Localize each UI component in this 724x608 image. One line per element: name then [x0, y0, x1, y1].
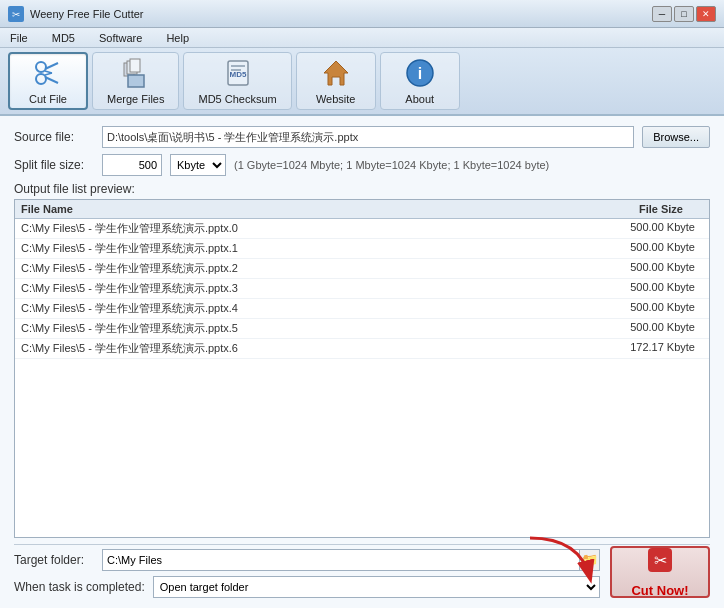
- file-list-row: C:\My Files\5 - 学生作业管理系统演示.pptx.4 500.00…: [15, 299, 709, 319]
- about-label: About: [405, 93, 434, 105]
- file-list-row: C:\My Files\5 - 学生作业管理系统演示.pptx.1 500.00…: [15, 239, 709, 259]
- toolbar-website[interactable]: Website: [296, 52, 376, 110]
- bottom-section: Target folder: 📁 When task is completed:…: [14, 544, 710, 598]
- svg-text:✂: ✂: [12, 9, 20, 20]
- website-label: Website: [316, 93, 356, 105]
- file-size-cell: 500.00 Kbyte: [593, 221, 703, 236]
- file-name-cell: C:\My Files\5 - 学生作业管理系统演示.pptx.0: [21, 221, 593, 236]
- split-size-unit-select[interactable]: Kbyte Mbyte Gbyte: [170, 154, 226, 176]
- file-name-cell: C:\My Files\5 - 学生作业管理系统演示.pptx.1: [21, 241, 593, 256]
- svg-text:i: i: [417, 65, 421, 82]
- title-bar-text: Weeny Free File Cutter: [30, 8, 652, 20]
- md5-checksum-label: MD5 Checksum: [198, 93, 276, 105]
- file-size-cell: 500.00 Kbyte: [593, 281, 703, 296]
- menu-bar: File MD5 Software Help: [0, 28, 724, 48]
- split-hint-text: (1 Gbyte=1024 Mbyte; 1 Mbyte=1024 Kbyte;…: [234, 159, 549, 171]
- source-file-row: Source file: Browse...: [14, 126, 710, 148]
- svg-rect-10: [130, 59, 140, 72]
- target-folder-row: Target folder: 📁: [14, 549, 600, 571]
- svg-point-2: [36, 62, 46, 72]
- svg-rect-15: [231, 69, 241, 71]
- file-size-cell: 500.00 Kbyte: [593, 241, 703, 256]
- split-size-row: Split file size: Kbyte Mbyte Gbyte (1 Gb…: [14, 154, 710, 176]
- file-list-rows: C:\My Files\5 - 学生作业管理系统演示.pptx.0 500.00…: [15, 219, 709, 359]
- title-bar-controls: ─ □ ✕: [652, 6, 716, 22]
- cut-now-button[interactable]: ✂ Cut Now!: [610, 546, 710, 598]
- file-list-row: C:\My Files\5 - 学生作业管理系统演示.pptx.5 500.00…: [15, 319, 709, 339]
- bottom-left: Target folder: 📁 When task is completed:…: [14, 549, 710, 598]
- house-icon: [320, 57, 352, 89]
- svg-marker-16: [324, 61, 348, 85]
- file-size-cell: 500.00 Kbyte: [593, 261, 703, 276]
- target-folder-label: Target folder:: [14, 553, 94, 567]
- maximize-button[interactable]: □: [674, 6, 694, 22]
- merge-files-label: Merge Files: [107, 93, 164, 105]
- app-icon: ✂: [8, 6, 24, 22]
- file-list-section: Output file list preview: File Name File…: [14, 182, 710, 538]
- header-file-name: File Name: [21, 203, 593, 215]
- toolbar-merge-files[interactable]: Merge Files: [92, 52, 179, 110]
- menu-software[interactable]: Software: [93, 30, 148, 46]
- toolbar-cut-file[interactable]: Cut File: [8, 52, 88, 110]
- file-name-cell: C:\My Files\5 - 学生作业管理系统演示.pptx.4: [21, 301, 593, 316]
- file-name-cell: C:\My Files\5 - 学生作业管理系统演示.pptx.3: [21, 281, 593, 296]
- minimize-button[interactable]: ─: [652, 6, 672, 22]
- browse-button[interactable]: Browse...: [642, 126, 710, 148]
- file-list-row: C:\My Files\5 - 学生作业管理系统演示.pptx.6 172.17…: [15, 339, 709, 359]
- file-name-cell: C:\My Files\5 - 学生作业管理系统演示.pptx.6: [21, 341, 593, 356]
- file-list-header: File Name File Size: [15, 200, 709, 219]
- title-bar: ✂ Weeny Free File Cutter ─ □ ✕: [0, 0, 724, 28]
- toolbar: Cut File Merge Files MD5 MD5 Checksum: [0, 48, 724, 116]
- file-size-cell: 500.00 Kbyte: [593, 321, 703, 336]
- close-button[interactable]: ✕: [696, 6, 716, 22]
- svg-line-7: [45, 73, 52, 75]
- svg-point-3: [36, 74, 46, 84]
- cut-now-icon: ✂: [646, 546, 674, 580]
- menu-help[interactable]: Help: [160, 30, 195, 46]
- file-size-cell: 172.17 Kbyte: [593, 341, 703, 356]
- menu-file[interactable]: File: [4, 30, 34, 46]
- cut-now-label: Cut Now!: [631, 583, 688, 598]
- file-name-cell: C:\My Files\5 - 学生作业管理系统演示.pptx.5: [21, 321, 593, 336]
- source-file-label: Source file:: [14, 130, 94, 144]
- file-list-row: C:\My Files\5 - 学生作业管理系统演示.pptx.3 500.00…: [15, 279, 709, 299]
- cut-file-label: Cut File: [29, 93, 67, 105]
- preview-label: Output file list preview:: [14, 182, 710, 196]
- svg-rect-11: [128, 75, 144, 87]
- menu-md5[interactable]: MD5: [46, 30, 81, 46]
- target-folder-input[interactable]: [103, 550, 579, 570]
- folder-icon[interactable]: 📁: [579, 550, 599, 570]
- md5-icon: MD5: [222, 57, 254, 89]
- completion-label: When task is completed:: [14, 580, 145, 594]
- main-content: Source file: Browse... Split file size: …: [0, 116, 724, 608]
- info-icon: i: [404, 57, 436, 89]
- completion-row: When task is completed: Open target fold…: [14, 576, 600, 598]
- split-size-label: Split file size:: [14, 158, 94, 172]
- completion-select[interactable]: Open target folder Do nothing Shut down …: [153, 576, 600, 598]
- file-size-cell: 500.00 Kbyte: [593, 301, 703, 316]
- target-folder-input-wrap: 📁: [102, 549, 600, 571]
- file-list-row: C:\My Files\5 - 学生作业管理系统演示.pptx.2 500.00…: [15, 259, 709, 279]
- svg-line-4: [45, 63, 58, 69]
- svg-rect-14: [231, 65, 245, 67]
- split-size-input[interactable]: [102, 154, 162, 176]
- file-name-cell: C:\My Files\5 - 学生作业管理系统演示.pptx.2: [21, 261, 593, 276]
- merge-icon: [120, 57, 152, 89]
- toolbar-about[interactable]: i About: [380, 52, 460, 110]
- toolbar-md5-checksum[interactable]: MD5 MD5 Checksum: [183, 52, 291, 110]
- header-file-size: File Size: [593, 203, 703, 215]
- file-list-container[interactable]: File Name File Size C:\My Files\5 - 学生作业…: [14, 199, 710, 538]
- svg-text:MD5: MD5: [229, 70, 246, 79]
- scissors-icon: [32, 57, 64, 89]
- file-list-row: C:\My Files\5 - 学生作业管理系统演示.pptx.0 500.00…: [15, 219, 709, 239]
- svg-line-5: [45, 77, 58, 83]
- svg-text:✂: ✂: [654, 552, 667, 569]
- source-file-input[interactable]: [102, 126, 634, 148]
